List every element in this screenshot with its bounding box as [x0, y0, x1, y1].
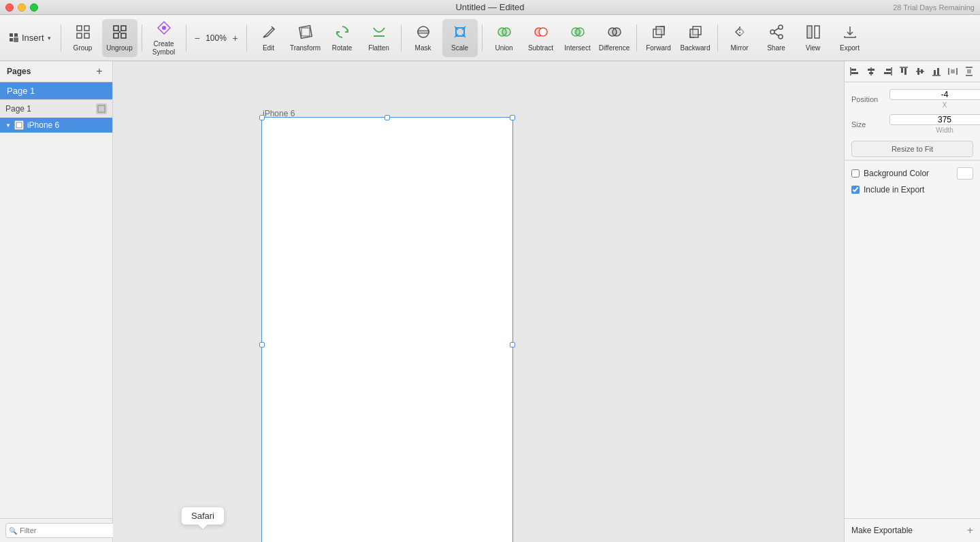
zoom-out-button[interactable]: − [191, 31, 204, 45]
align-center-v-button[interactable] [913, 64, 928, 79]
filter-input[interactable] [5, 523, 118, 538]
page-1-item[interactable]: Page 1 [0, 82, 112, 99]
svg-point-41 [779, 25, 783, 29]
handle-middle-right[interactable] [510, 342, 515, 348]
edit-label: Edit [263, 44, 274, 52]
svg-rect-66 [917, 68, 919, 75]
handle-top-right[interactable] [510, 115, 515, 120]
svg-rect-38 [656, 27, 664, 35]
mirror-button[interactable]: Mirror [722, 19, 757, 57]
create-symbol-button[interactable]: Create Symbol [146, 19, 182, 57]
backward-button[interactable]: Backward [678, 19, 713, 57]
rotate-label: Rotate [332, 44, 352, 52]
toolbar-separator-3 [186, 24, 186, 52]
resize-to-fit-button[interactable]: Resize to Fit [851, 141, 973, 157]
insert-button[interactable]: Insert ▾ [3, 19, 56, 57]
svg-rect-1 [14, 33, 18, 37]
edit-button[interactable]: Edit [251, 19, 287, 57]
ungroup-button[interactable]: Ungroup [102, 19, 137, 57]
scale-button[interactable]: Scale [442, 19, 478, 57]
background-color-label: Background Color [864, 169, 953, 178]
position-label: Position [851, 95, 885, 103]
include-export-label: Include in Export [864, 185, 924, 194]
minimize-button[interactable] [18, 3, 26, 12]
svg-rect-55 [851, 72, 858, 74]
svg-rect-12 [114, 33, 118, 38]
toolbar-separator-7 [636, 24, 637, 52]
properties-section: Position X Y [845, 82, 980, 141]
align-center-h-button[interactable] [864, 64, 879, 79]
toolbar-separator-1 [61, 24, 61, 52]
transform-button[interactable]: Transform [288, 19, 323, 57]
zoom-in-button[interactable]: + [229, 31, 242, 45]
svg-rect-46 [807, 26, 812, 38]
scale-icon [452, 24, 468, 42]
view-icon [805, 24, 821, 42]
flatten-label: Flatten [368, 44, 389, 52]
iphone6-layer-label: iPhone 6 [27, 120, 59, 130]
pages-header: Pages + [0, 61, 112, 82]
align-toolbar [845, 61, 980, 82]
svg-rect-40 [690, 29, 698, 37]
difference-button[interactable]: Difference [597, 19, 632, 57]
make-exportable-plus-icon: + [967, 524, 973, 537]
mask-button[interactable]: Mask [406, 19, 441, 57]
flatten-button[interactable]: Flatten [361, 19, 397, 57]
backward-label: Backward [681, 44, 710, 52]
maximize-button[interactable] [30, 3, 38, 12]
iphone6-layer-item[interactable]: ▼ iPhone 6 [0, 118, 112, 133]
background-color-swatch[interactable] [957, 167, 973, 180]
intersect-icon [570, 24, 586, 42]
align-top-button[interactable] [896, 64, 911, 79]
align-bottom-button[interactable] [929, 64, 944, 79]
align-left-button[interactable] [847, 64, 862, 79]
intersect-button[interactable]: Intersect [560, 19, 595, 57]
group-button[interactable]: Group [65, 19, 101, 57]
align-right-button[interactable] [880, 64, 895, 79]
insert-label: Insert [22, 33, 44, 44]
rotate-button[interactable]: Rotate [325, 19, 360, 57]
union-icon [496, 24, 512, 42]
svg-rect-48 [98, 105, 105, 112]
distribute-v-button[interactable] [962, 64, 977, 79]
svg-rect-9 [84, 33, 89, 38]
right-panel: Position X Y [844, 61, 980, 542]
layers-section: Page 1 ▼ iPhone 6 [0, 99, 112, 518]
forward-icon [651, 24, 667, 42]
svg-rect-61 [884, 72, 891, 74]
add-page-button[interactable]: + [93, 65, 105, 78]
distribute-h-button[interactable] [945, 64, 960, 79]
titlebar: Untitled — Edited 28 Trial Days Remainin… [0, 0, 980, 15]
handle-middle-left[interactable] [259, 342, 265, 348]
x-input[interactable] [889, 89, 980, 100]
subtract-button[interactable]: Subtract [523, 19, 559, 57]
svg-rect-2 [10, 38, 13, 41]
sidebar-bottom: 🔍 ✏️ 0 [0, 518, 112, 542]
svg-rect-54 [851, 69, 856, 71]
canvas-area[interactable]: iPhone 6 Safari [113, 61, 844, 542]
symbol-icon [156, 20, 172, 38]
handle-top-left[interactable] [259, 115, 265, 120]
main-area: Pages + Page 1 Page 1 ▼ iPhone 6 [0, 61, 980, 542]
svg-point-30 [502, 28, 510, 36]
union-button[interactable]: Union [487, 19, 522, 57]
close-button[interactable] [5, 3, 14, 12]
background-color-checkbox[interactable] [851, 169, 860, 177]
include-export-checkbox[interactable] [851, 186, 860, 194]
share-button[interactable]: Share [759, 19, 794, 57]
forward-button[interactable]: Forward [641, 19, 676, 57]
subtract-icon [533, 24, 549, 42]
artboard[interactable] [261, 117, 513, 542]
view-button[interactable]: View [796, 19, 831, 57]
width-label: Width [889, 126, 980, 134]
toolbar-separator-6 [482, 24, 483, 52]
export-button[interactable]: Export [832, 19, 868, 57]
width-input[interactable] [889, 114, 980, 125]
svg-rect-58 [869, 72, 873, 74]
handle-top-center[interactable] [385, 115, 390, 120]
make-exportable-button[interactable]: Make Exportable + [845, 518, 980, 542]
background-color-row: Background Color [845, 163, 980, 184]
difference-label: Difference [599, 44, 630, 52]
window-title: Untitled — Edited [455, 2, 524, 12]
mirror-label: Mirror [730, 44, 748, 52]
